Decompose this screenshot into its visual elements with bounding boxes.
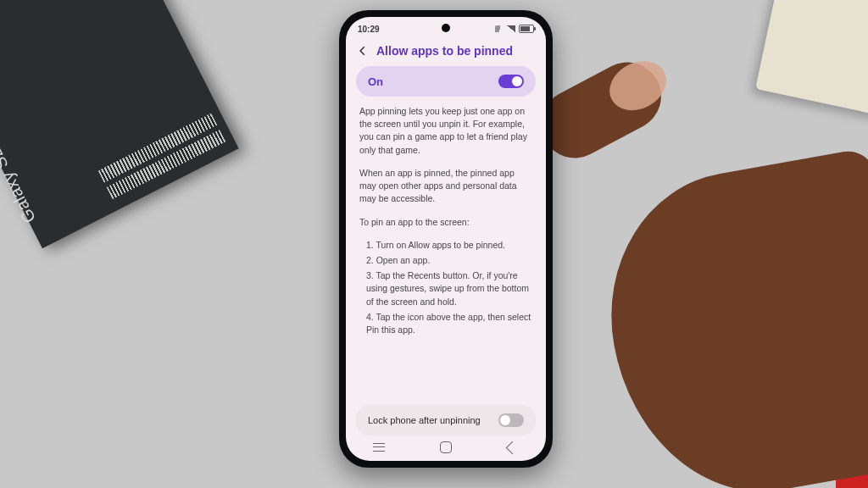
lock-after-unpin-switch[interactable] xyxy=(498,413,524,427)
recents-icon xyxy=(373,443,385,452)
description-paragraph: App pinning lets you keep just one app o… xyxy=(359,105,532,157)
step-item: 2. Open an app. xyxy=(366,254,532,267)
wifi-icon xyxy=(495,25,504,32)
nav-home-button[interactable] xyxy=(437,441,455,453)
lock-after-unpin-row[interactable]: Lock phone after unpinning xyxy=(356,405,536,435)
master-toggle-row[interactable]: On xyxy=(356,66,536,97)
master-toggle-label: On xyxy=(368,75,383,88)
hand xyxy=(512,68,868,488)
back-icon xyxy=(506,441,520,454)
phone-device: 10:29 Allow apps to be pinned On App pin… xyxy=(339,10,553,468)
page-header: Allow apps to be pinned xyxy=(346,39,546,66)
chevron-left-icon xyxy=(357,45,369,57)
step-item: 1. Turn on Allow apps to be pinned. xyxy=(366,239,532,252)
status-time: 10:29 xyxy=(358,25,380,34)
description-paragraph: When an app is pinned, the pinned app ma… xyxy=(359,167,532,206)
steps-intro: To pin an app to the screen: xyxy=(359,216,532,229)
status-icons xyxy=(495,25,534,33)
signal-icon xyxy=(507,25,515,32)
phone-screen: 10:29 Allow apps to be pinned On App pin… xyxy=(346,17,546,461)
corner-tag xyxy=(836,468,868,488)
camera-hole xyxy=(442,24,450,32)
product-box-label: Galaxy S25 Ultra xyxy=(0,97,40,226)
step-item: 4. Tap the icon above the app, then sele… xyxy=(366,311,532,336)
home-icon xyxy=(440,441,452,453)
wood-block-prop xyxy=(755,0,868,115)
system-nav-bar xyxy=(346,435,546,461)
master-toggle-switch[interactable] xyxy=(498,75,524,88)
description-block: App pinning lets you keep just one app o… xyxy=(346,97,546,400)
nav-back-button[interactable] xyxy=(504,441,522,453)
barcode-strip xyxy=(97,113,227,202)
nav-recents-button[interactable] xyxy=(370,441,388,453)
step-item: 3. Tap the Recents button. Or, if you're… xyxy=(366,269,532,308)
battery-icon xyxy=(519,25,534,33)
page-title: Allow apps to be pinned xyxy=(376,44,513,58)
lock-after-unpin-label: Lock phone after unpinning xyxy=(368,415,481,425)
product-box: Galaxy S25 Ultra xyxy=(0,0,239,248)
back-button[interactable] xyxy=(356,44,370,58)
steps-list: 1. Turn on Allow apps to be pinned. 2. O… xyxy=(359,239,532,337)
